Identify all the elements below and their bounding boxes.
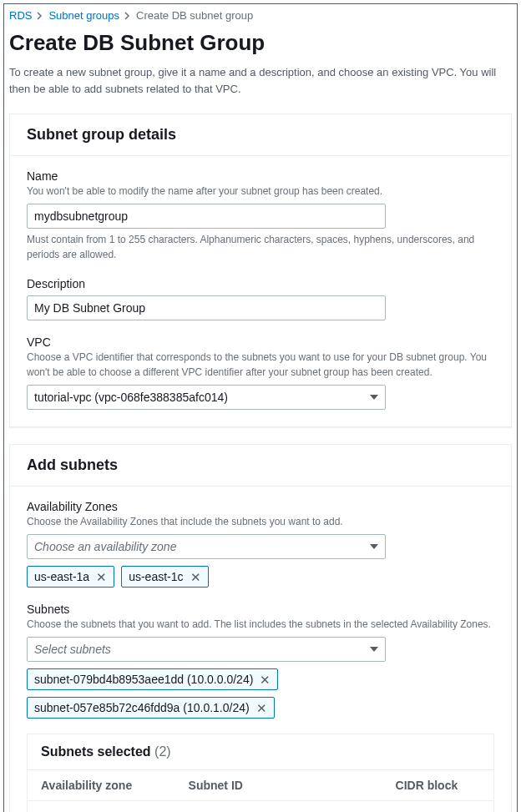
col-cidr-block: CIDR block (382, 770, 493, 801)
subnets-selected-table: Availability zone Subnet ID CIDR block u… (28, 770, 493, 812)
az-token: us-east-1c ✕ (121, 566, 208, 588)
panel-title-add-subnets: Add subnets (27, 456, 494, 474)
name-label: Name (27, 169, 494, 183)
chevron-right-icon (124, 12, 131, 20)
close-icon[interactable]: ✕ (190, 571, 201, 583)
col-subnet-id: Subnet ID (175, 770, 382, 801)
chevron-down-icon (370, 395, 378, 400)
panel-title-details: Subnet group details (27, 126, 494, 144)
close-icon[interactable]: ✕ (96, 571, 107, 583)
name-hint-top: You won't be able to modify the name aft… (27, 184, 494, 199)
az-placeholder: Choose an availability zone (34, 540, 176, 553)
az-select[interactable]: Choose an availability zone (27, 534, 386, 559)
vpc-label: VPC (27, 335, 494, 349)
az-token: us-east-1a ✕ (27, 566, 114, 588)
chevron-down-icon (370, 647, 378, 652)
col-availability-zone: Availability zone (28, 770, 175, 801)
name-input[interactable] (27, 204, 386, 229)
subnets-selected-title: Subnets selected (41, 744, 151, 759)
cell-cidr: 10.0.0.0/24 (382, 801, 493, 813)
chevron-right-icon (37, 12, 43, 20)
page-title: Create DB Subnet Group (9, 30, 512, 56)
az-token-label: us-east-1c (129, 570, 183, 583)
add-subnets-panel: Add subnets Availability Zones Choose th… (9, 444, 512, 812)
breadcrumb-parent[interactable]: Subnet groups (48, 9, 119, 22)
subnets-selected-panel: Subnets selected (2) Availability zone S… (27, 734, 494, 812)
cell-az: us-east-1a (28, 801, 175, 813)
subnets-placeholder: Select subnets (34, 643, 111, 656)
az-label: Availability Zones (27, 500, 494, 513)
description-input[interactable] (27, 295, 386, 320)
breadcrumb: RDS Subnet groups Create DB subnet group (9, 4, 512, 30)
name-hint-below: Must contain from 1 to 255 characters. A… (27, 232, 494, 262)
subnet-token-label: subnet-079bd4b8953aee1dd (10.0.0.0/24) (34, 673, 253, 686)
subnet-token: subnet-057e85b72c46fdd9a (10.0.1.0/24) ✕ (27, 697, 275, 719)
subnet-token: subnet-079bd4b8953aee1dd (10.0.0.0/24) ✕ (27, 668, 278, 690)
vpc-select[interactable]: tutorial-vpc (vpc-068fe388385afc014) (27, 385, 386, 410)
az-token-label: us-east-1a (34, 570, 89, 583)
table-row: us-east-1a subnet-079bd4b8953aee1dd 10.0… (28, 801, 493, 813)
az-hint: Choose the Availability Zones that inclu… (27, 514, 494, 529)
cell-subnet-id: subnet-079bd4b8953aee1dd (175, 801, 382, 813)
description-label: Description (27, 277, 494, 290)
page-description: To create a new subnet group, give it a … (9, 64, 512, 97)
vpc-hint: Choose a VPC identifier that corresponds… (27, 350, 494, 380)
subnets-hint: Choose the subnets that you want to add.… (27, 617, 494, 632)
breadcrumb-current: Create DB subnet group (136, 9, 253, 22)
breadcrumb-root[interactable]: RDS (9, 9, 32, 22)
vpc-selected-value: tutorial-vpc (vpc-068fe388385afc014) (34, 391, 228, 404)
subnets-label: Subnets (27, 603, 494, 616)
subnets-selected-count: (2) (154, 744, 171, 759)
close-icon[interactable]: ✕ (260, 673, 271, 686)
subnet-group-details-panel: Subnet group details Name You won't be a… (9, 113, 512, 427)
chevron-down-icon (370, 544, 378, 549)
subnet-token-label: subnet-057e85b72c46fdd9a (10.0.1.0/24) (34, 701, 250, 714)
close-icon[interactable]: ✕ (256, 702, 267, 714)
subnets-select[interactable]: Select subnets (27, 637, 386, 662)
